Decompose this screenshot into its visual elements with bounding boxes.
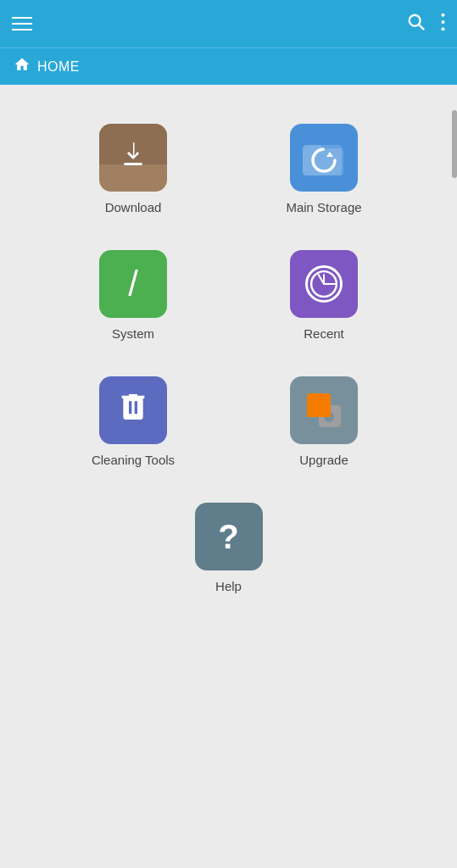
storage-inner (290, 124, 358, 192)
storage-svg (301, 135, 347, 181)
search-icon[interactable] (407, 13, 426, 36)
download-arrow-icon (118, 140, 148, 176)
storage-icon-box (290, 124, 358, 192)
clock-icon (305, 265, 343, 303)
system-slash-icon: / (128, 264, 138, 304)
svg-point-3 (441, 19, 444, 23)
system-icon-box: / (99, 250, 167, 318)
svg-point-0 (410, 14, 421, 25)
help-icon-box: ? (195, 503, 263, 570)
svg-point-2 (441, 13, 444, 16)
cleaning-icon-box (99, 376, 167, 444)
scrollbar[interactable] (450, 85, 457, 868)
content-area: Download Main Storage (0, 85, 457, 868)
svg-line-1 (419, 25, 424, 30)
system-label: System (112, 326, 154, 341)
upgrade-icon-box (290, 376, 358, 444)
hamburger-menu-icon[interactable] (12, 17, 32, 31)
recent-icon-box (290, 250, 358, 318)
upgrade-svg (300, 387, 348, 434)
cleaning-tools-label: Cleaning Tools (92, 453, 175, 467)
home-icon (14, 56, 31, 77)
toolbar (0, 0, 457, 47)
upgrade-label: Upgrade (299, 453, 348, 467)
help-row: ? Help (0, 489, 457, 607)
help-label: Help (215, 579, 242, 593)
app-grid: Download Main Storage (17, 102, 441, 489)
recent-item[interactable]: Recent (233, 236, 415, 354)
download-item[interactable]: Download (42, 110, 225, 228)
clock-minute-hand (324, 283, 337, 285)
svg-rect-14 (307, 410, 331, 417)
more-options-icon[interactable] (441, 13, 445, 36)
scrollbar-thumb[interactable] (452, 110, 457, 178)
main-storage-item[interactable]: Main Storage (233, 110, 415, 228)
trash-icon (116, 390, 150, 431)
toolbar-right (407, 13, 445, 36)
svg-point-4 (441, 27, 444, 31)
download-label: Download (105, 200, 162, 214)
help-question-icon: ? (218, 518, 238, 556)
recent-label: Recent (304, 326, 344, 341)
toolbar-left (12, 17, 32, 31)
main-storage-label: Main Storage (286, 200, 361, 214)
upgrade-item[interactable]: Upgrade (233, 363, 415, 481)
cleaning-tools-item[interactable]: Cleaning Tools (42, 363, 225, 481)
system-item[interactable]: / System (42, 236, 225, 354)
help-item[interactable]: ? Help (161, 489, 297, 607)
breadcrumb-title: HOME (37, 59, 80, 75)
download-icon-box (99, 124, 167, 192)
breadcrumb: HOME (0, 47, 457, 85)
